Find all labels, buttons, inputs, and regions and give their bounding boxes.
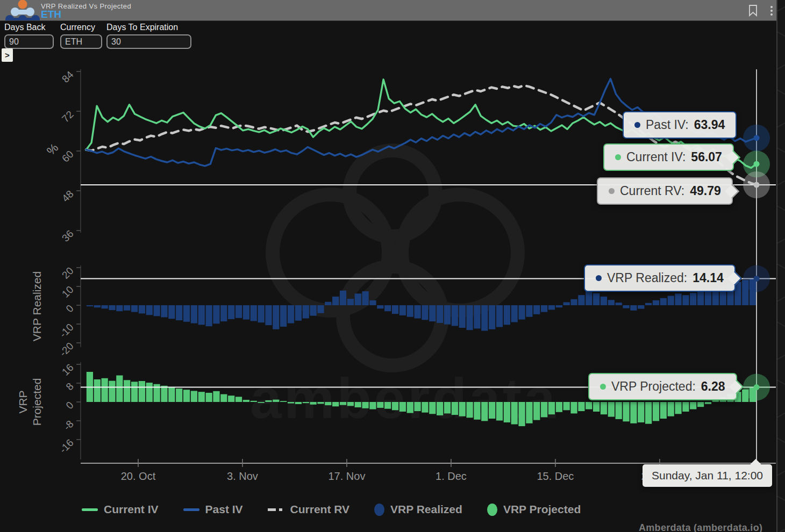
- current-rv-swatch-icon: [268, 508, 284, 511]
- tooltip-label: VRP Projected:: [611, 379, 696, 394]
- series-marker: [754, 384, 760, 390]
- legend-label: Past IV: [205, 503, 243, 516]
- tooltip-vrp-projected: VRP Projected: 6.28: [588, 373, 737, 400]
- iv-axis-title: %: [44, 141, 61, 158]
- tooltip-date: Sunday, Jan 11, 12:00: [643, 464, 772, 487]
- y-axis-tick-label: 0: [63, 399, 75, 411]
- legend-item-past-iv[interactable]: Past IV: [183, 503, 243, 516]
- y-axis-tick-label: 48: [60, 188, 76, 204]
- y-axis-tick-label: 8: [63, 380, 75, 392]
- y-axis-tick-label: -20: [58, 340, 76, 358]
- legend-item-vrp-projected[interactable]: VRP Projected: [487, 503, 581, 516]
- y-axis-tick-label: 16: [60, 362, 76, 378]
- legend-item-vrp-realized[interactable]: VRP Realized: [374, 503, 462, 516]
- tooltip-vrp-realized: VRP Realized: 14.14: [584, 264, 736, 292]
- series-marker: [754, 135, 760, 141]
- days-to-expiration-label: Days To Expiration: [106, 23, 191, 32]
- tooltip-value: 49.79: [690, 184, 721, 198]
- chart-legend: Current IV Past IV Current RV VRP Realiz…: [82, 503, 581, 516]
- y-axis-tick-label: -10: [58, 321, 76, 340]
- currency-input[interactable]: [60, 34, 102, 49]
- series-marker: [754, 276, 760, 282]
- legend-label: Current IV: [104, 503, 159, 516]
- y-axis-tick-label: -16: [58, 437, 76, 455]
- vrp-projected-axis-title: VRPProjected: [17, 378, 43, 426]
- x-axis-tick-label: 3. Nov: [227, 470, 258, 482]
- vrp-realized-axis-title: VRP Realized: [31, 271, 43, 341]
- background-hex-strip: [776, 0, 785, 532]
- tooltip-label: Past IV:: [646, 118, 689, 132]
- x-axis-tick-label: 17. Nov: [328, 470, 365, 482]
- days-back-input[interactable]: [4, 34, 54, 49]
- days-back-field: Days Back: [4, 23, 54, 49]
- tooltip-label: VRP Realized:: [607, 271, 687, 285]
- vrp-realized-swatch-icon: [374, 504, 384, 516]
- days-to-expiration-field: Days To Expiration: [106, 23, 191, 49]
- tooltip-current-rv: Current RV: 49.79: [597, 177, 733, 205]
- current-iv-swatch-icon: [82, 508, 98, 511]
- series-marker: [754, 161, 760, 167]
- tooltip-value: 14.14: [693, 271, 724, 285]
- legend-item-current-rv[interactable]: Current RV: [268, 503, 349, 516]
- legend-item-current-iv[interactable]: Current IV: [82, 503, 159, 516]
- y-axis-tick-label: 0: [63, 303, 75, 314]
- x-axis-tick-label: 15. Dec: [537, 470, 574, 482]
- days-back-label: Days Back: [4, 23, 54, 32]
- kebab-menu-icon[interactable]: [770, 5, 773, 17]
- y-axis-tick-label: -8: [61, 418, 76, 433]
- y-axis-tick-label: 60: [60, 148, 76, 164]
- tooltip-label: Current IV:: [626, 150, 686, 164]
- x-axis-tick-label: 1. Dec: [436, 470, 467, 482]
- currency-field: Currency: [60, 23, 102, 49]
- header-bar: VRP Realized Vs Projected ETH: [0, 0, 776, 21]
- vrp-realized-dot-icon: [596, 275, 602, 281]
- y-axis-tick-label: 72: [60, 109, 76, 125]
- tooltip-past-iv: Past IV: 63.94: [623, 111, 737, 139]
- amberdata-logo-icon: [3, 0, 42, 20]
- bookmark-icon[interactable]: [748, 5, 758, 17]
- y-axis-tick-label: 10: [60, 284, 76, 300]
- attribution: Amberdata (amberdata.io): [639, 522, 762, 532]
- tooltip-value: 56.07: [691, 150, 722, 164]
- past-iv-dot-icon: [634, 122, 640, 128]
- legend-label: Current RV: [290, 503, 349, 516]
- y-axis-tick-label: 20: [60, 265, 76, 281]
- tooltip-value: 63.94: [694, 118, 725, 132]
- app-window: amberdata847260483620100-10-201680-8-16%…: [0, 0, 785, 532]
- tooltip-label: Current RV:: [620, 184, 684, 198]
- legend-label: VRP Realized: [390, 503, 462, 516]
- days-to-expiration-input[interactable]: [106, 34, 191, 49]
- current-rv-dot-icon: [609, 188, 615, 194]
- series-marker: [754, 182, 760, 188]
- date-text: Sunday, Jan 11, 12:00: [652, 469, 763, 481]
- x-axis-tick-label: 20. Oct: [121, 470, 156, 482]
- watermark: amberdata: [250, 150, 558, 430]
- legend-label: VRP Projected: [503, 503, 581, 516]
- symbol-label: ETH: [41, 9, 61, 20]
- current-iv-dot-icon: [615, 154, 621, 160]
- y-axis-tick-label: 84: [60, 69, 76, 85]
- sidebar-expand-button[interactable]: >: [2, 48, 13, 62]
- past-iv-swatch-icon: [183, 508, 199, 511]
- currency-label: Currency: [60, 23, 102, 32]
- y-axis-tick-label: 36: [60, 228, 76, 244]
- vrp-projected-dot-icon: [600, 384, 606, 390]
- tooltip-current-iv: Current IV: 56.07: [603, 143, 734, 171]
- tooltip-value: 6.28: [701, 379, 725, 394]
- vrp-projected-swatch-icon: [487, 504, 497, 516]
